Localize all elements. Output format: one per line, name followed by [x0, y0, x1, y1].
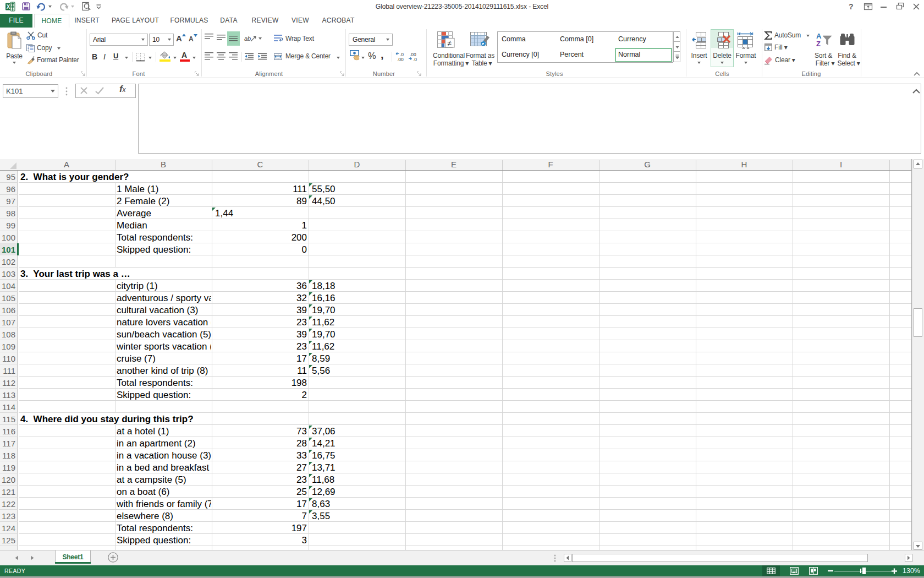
svg-text:ab: ab [244, 35, 251, 42]
svg-text:A: A [816, 32, 822, 40]
svg-text:Z: Z [816, 40, 821, 48]
svg-text:≠: ≠ [448, 39, 452, 47]
